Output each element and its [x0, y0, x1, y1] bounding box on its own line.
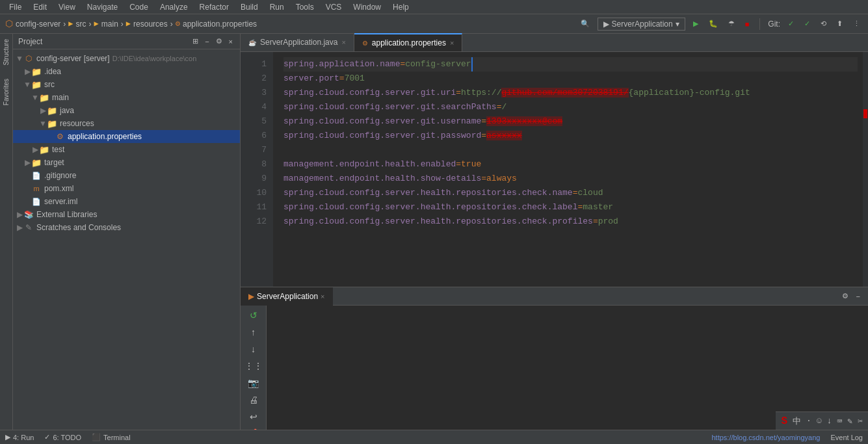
run-tab-label: ServerApplication [257, 292, 318, 301]
tree-appprops[interactable]: ⚙ application.properties [13, 130, 240, 143]
run-wrap-btn[interactable]: ↩ [244, 410, 263, 424]
main-folder-icon-tree: 📁 [39, 92, 49, 103]
ime-zh[interactable]: 中 [793, 415, 801, 427]
line-num-9: 9 [241, 172, 267, 186]
run-panel: ▶ ServerApplication × ⚙ − ↺ ↑ ↓ ⋮⋮ 📷 🖨 [241, 287, 868, 430]
file-icon: ⚙ [176, 19, 180, 29]
sidebar-collapse-btn[interactable]: − [203, 36, 211, 46]
run-tab-close[interactable]: × [321, 293, 324, 300]
sidebar-expand-btn[interactable]: ⊞ [191, 36, 200, 46]
main-layout: Structure Favorites Project ⊞ − ⚙ × ▼ ⬡ … [0, 34, 868, 430]
tree-ext-libs[interactable]: ▶ 📚 External Libraries [13, 208, 240, 221]
tree-gitignore[interactable]: 📄 .gitignore [13, 169, 240, 182]
menu-tools[interactable]: Tools [291, 1, 319, 13]
git-history[interactable]: ⟲ [818, 18, 829, 29]
target-label: target [44, 158, 64, 167]
tree-main[interactable]: ▼ 📁 main [13, 91, 240, 104]
tree-idea[interactable]: ▶ 📁 .idea [13, 65, 240, 78]
main-label-tree: main [52, 93, 69, 102]
menu-edit[interactable]: Edit [28, 1, 52, 13]
java-tab-icon: ☕ [248, 39, 256, 46]
cursor [471, 57, 473, 72]
scratches-label: Scratches and Consoles [36, 223, 121, 232]
tree-iml[interactable]: 📄 server.iml [13, 195, 240, 208]
run-stop-btn[interactable]: ⋮⋮ [244, 359, 263, 373]
status-eventlog[interactable]: Event Log [830, 434, 863, 441]
menu-analyze[interactable]: Analyze [155, 1, 193, 13]
tree-src[interactable]: ▼ 📁 src [13, 78, 240, 91]
git-check1[interactable]: ✓ [785, 18, 796, 29]
ime-keyboard[interactable]: ⌨ [837, 416, 843, 426]
ime-down[interactable]: ↓ [827, 416, 832, 426]
project-folder-icon: ⬡ [23, 53, 34, 64]
run-rerun-btn[interactable]: ↺ [244, 308, 263, 322]
run-print-btn[interactable]: 🖨 [244, 393, 263, 407]
tab-appprops-close[interactable]: × [450, 39, 454, 47]
ime-face[interactable]: ☺ [817, 416, 822, 426]
resources-label-tree: resources [60, 119, 94, 128]
git-check2[interactable]: ✓ [802, 18, 813, 29]
menu-help[interactable]: Help [388, 1, 414, 13]
menu-vcs[interactable]: VCS [321, 1, 347, 13]
line-numbers: 1 2 3 4 5 6 7 8 9 10 11 12 [241, 52, 273, 287]
run-down-btn[interactable]: ↓ [244, 342, 263, 356]
status-run[interactable]: ▶ 4: Run [5, 433, 34, 441]
run-btn[interactable]: ▶ [690, 18, 701, 29]
run-body: ↺ ↑ ↓ ⋮⋮ 📷 🖨 ↩ 📌 [241, 306, 868, 443]
menu-build[interactable]: Build [235, 1, 263, 13]
run-config-dropdown[interactable]: ▶ ServerApplication ▾ [598, 18, 685, 31]
debug-btn[interactable]: 🐛 [706, 18, 720, 29]
tree-test[interactable]: ▶ 📁 test [13, 143, 240, 156]
menu-navigate[interactable]: Navigate [82, 1, 123, 13]
tab-serverapplication[interactable]: ☕ ServerApplication.java × [241, 33, 354, 51]
tab-serverapplication-close[interactable]: × [341, 38, 345, 46]
ime-dot[interactable]: · [806, 416, 811, 426]
run-save-btn[interactable]: 📷 [244, 376, 263, 390]
ime-bar: S 中 · ☺ ↓ ⌨ ✎ ✂ [776, 411, 868, 430]
stop-btn[interactable]: ■ [743, 19, 752, 29]
status-bar: ▶ 4: Run ✓ 6: TODO ⬛ Terminal https://bl… [0, 430, 868, 444]
line-num-7: 7 [241, 143, 267, 157]
git-more[interactable]: ⋮ [850, 18, 863, 29]
toolbar-right: 🔍 ▶ ServerApplication ▾ ▶ 🐛 ☂ ■ Git: ✓ ✓… [578, 18, 863, 31]
tree-target[interactable]: ▶ 📁 target [13, 156, 240, 169]
menu-run[interactable]: Run [265, 1, 289, 13]
ime-scissors[interactable]: ✂ [858, 416, 863, 426]
sidebar-settings-btn[interactable]: ⚙ [214, 36, 224, 46]
structure-label[interactable]: Structure [3, 39, 10, 66]
tree-java[interactable]: ▶ 📁 java [13, 104, 240, 117]
tree-root[interactable]: ▼ ⬡ config-server [server] D:\IDE\idea\w… [13, 52, 240, 65]
code-line-11: spring.cloud.config.server.health.reposi… [283, 200, 858, 215]
menu-view[interactable]: View [53, 1, 81, 13]
arrow-idea: ▶ [23, 67, 31, 76]
line-num-5: 5 [241, 114, 267, 129]
arrow-extlibs: ▶ [16, 210, 23, 219]
tree-resources[interactable]: ▼ 📁 resources [13, 117, 240, 130]
src-folder-icon: ▶ [68, 19, 73, 29]
menu-refactor[interactable]: Refactor [194, 1, 234, 13]
tree-pom[interactable]: m pom.xml [13, 182, 240, 195]
git-push[interactable]: ⬆ [834, 18, 845, 29]
toolbar-search-btn[interactable]: 🔍 [578, 18, 592, 29]
sidebar-header: Project ⊞ − ⚙ × [13, 34, 240, 49]
favorites-label[interactable]: Favorites [3, 79, 10, 105]
code-content[interactable]: spring.application.name=config-server se… [273, 52, 868, 287]
coverage-btn[interactable]: ☂ [726, 18, 737, 29]
tab-appprops[interactable]: ⚙ application.properties × [354, 33, 463, 51]
status-terminal[interactable]: ⬛ Terminal [92, 433, 131, 441]
status-todo[interactable]: ✓ 6: TODO [44, 433, 81, 441]
run-icon: ▶ [5, 433, 10, 441]
run-settings-btn[interactable]: ⚙ [839, 291, 851, 302]
sidebar-close-btn[interactable]: × [227, 36, 235, 46]
menu-window[interactable]: Window [348, 1, 386, 13]
run-tab-serverapplication[interactable]: ▶ ServerApplication × [241, 287, 333, 306]
ime-pen[interactable]: ✎ [847, 416, 852, 426]
run-minimize-btn[interactable]: − [854, 291, 863, 302]
tree-scratches[interactable]: ▶ ✎ Scratches and Consoles [13, 221, 240, 234]
todo-icon: ✓ [44, 433, 50, 441]
menu-code[interactable]: Code [124, 1, 153, 13]
line-num-8: 8 [241, 157, 267, 172]
run-up-btn[interactable]: ↑ [244, 325, 263, 339]
menu-file[interactable]: File [4, 1, 27, 13]
sidebar-title: Project [18, 37, 42, 46]
